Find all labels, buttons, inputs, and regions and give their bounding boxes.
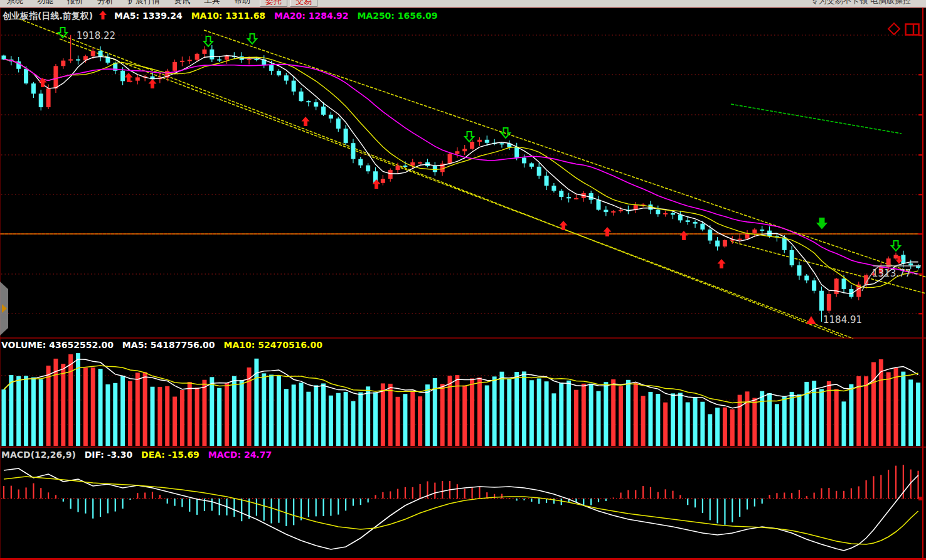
volume-ma10-value-label: MA10: 52470516.00 — [223, 340, 322, 350]
svg-text:1918.22: 1918.22 — [77, 30, 115, 41]
ma250-value-label: MA250: 1656.09 — [357, 11, 437, 21]
volume-ma5-value-label: MA5: 54187756.00 — [122, 340, 215, 350]
sidebar-expand-handle[interactable] — [0, 282, 8, 335]
price-pane-header: 创业板指(日线.前复权) MA5: 1339.24 MA10: 1311.68 … — [3, 11, 444, 22]
ma20-value-label: MA20: 1284.92 — [274, 11, 349, 21]
volume-value-label: VOLUME: 43652552.00 — [1, 340, 114, 350]
svg-text:1184.91: 1184.91 — [823, 314, 862, 325]
macd-params-label: MACD(12,26,9) — [1, 450, 76, 460]
diamond-tool-icon[interactable] — [887, 22, 901, 36]
volume-pane-header: VOLUME: 43652552.00 MA5: 54187756.00 MA1… — [1, 340, 328, 350]
symbol-period-label: 创业板指(日线.前复权) — [3, 11, 93, 21]
ma10-value-label: MA10: 1311.68 — [191, 11, 266, 21]
svg-text:1313.77 -: 1313.77 - — [872, 268, 917, 279]
macd-value-label: MACD: 24.77 — [208, 450, 272, 460]
dea-value-label: DEA: -15.69 — [141, 450, 200, 460]
split-window-icon[interactable] — [905, 23, 920, 36]
up-arrow-icon — [98, 11, 107, 20]
macd-pane-header: MACD(12,26,9) DIF: -3.30 DEA: -15.69 MAC… — [1, 450, 277, 460]
dif-value-label: DIF: -3.30 — [85, 450, 132, 460]
expand-arrow-icon — [2, 304, 7, 313]
chart-canvas: 1918.221184.911313.77 - — [0, 0, 926, 560]
ma5-value-label: MA5: 1339.24 — [114, 11, 183, 21]
